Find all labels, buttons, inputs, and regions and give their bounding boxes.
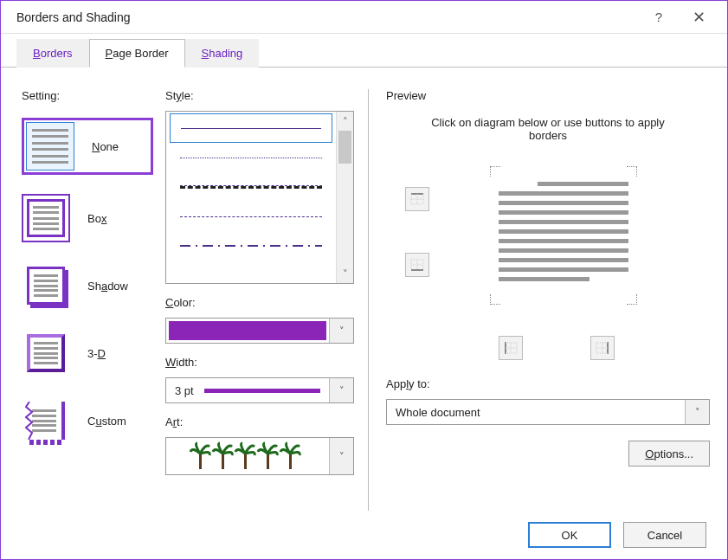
preview-column: Preview Click on diagram below or use bu… (381, 89, 710, 511)
content-area: Setting: None Box (1, 77, 727, 511)
chevron-down-icon[interactable]: ˅ (329, 378, 353, 402)
style-option-dotted[interactable] (170, 143, 332, 172)
setting-item-box[interactable]: Box (22, 194, 153, 242)
setting-label-shadow: Shadow (87, 280, 128, 293)
border-bottom-button[interactable] (405, 253, 429, 277)
setting-column: Setting: None Box (22, 89, 153, 511)
art-section: Art: ˅ (165, 415, 354, 475)
chevron-down-icon[interactable]: ˅ (329, 319, 353, 343)
color-swatch (169, 321, 326, 340)
setting-swatch-custom (22, 396, 70, 445)
chevron-down-icon[interactable]: ˅ (329, 438, 353, 474)
preview-area (386, 156, 710, 372)
style-group-label: Style: (165, 89, 354, 102)
style-option-dashed-fine[interactable] (170, 172, 332, 202)
border-top-button[interactable] (405, 187, 429, 211)
tab-bar: Borders Page Border Shading (1, 39, 727, 68)
width-value: 3 pt (175, 384, 194, 397)
preview-instructions: Click on diagram below or use buttons to… (412, 116, 684, 142)
svg-rect-0 (199, 454, 202, 469)
width-preview-bar (204, 389, 320, 393)
chevron-down-icon[interactable]: ˅ (685, 400, 709, 424)
tab-borders[interactable]: Borders (16, 39, 89, 68)
style-option-dashdot[interactable] (170, 231, 332, 261)
scroll-up-icon[interactable]: ˄ (337, 112, 353, 131)
scroll-thumb[interactable] (338, 131, 351, 164)
middle-column: Style: ˄ ˅ Co (165, 89, 369, 511)
ok-button[interactable]: OK (528, 522, 611, 548)
border-right-button[interactable] (590, 336, 615, 360)
apply-to-value: Whole document (396, 406, 480, 419)
color-combo[interactable]: ˅ (165, 318, 354, 344)
scroll-down-icon[interactable]: ˅ (337, 264, 353, 283)
setting-item-custom[interactable]: Custom (22, 396, 153, 445)
setting-label-custom: Custom (87, 415, 126, 428)
close-button[interactable]: ✕ (679, 4, 718, 30)
width-group-label: Width: (165, 356, 354, 369)
style-scrollbar[interactable]: ˄ ˅ (336, 112, 353, 283)
setting-swatch-3d (22, 329, 70, 377)
tab-shading[interactable]: Shading (185, 39, 260, 68)
titlebar: Borders and Shading ? ✕ (1, 1, 727, 34)
width-combo[interactable]: 3 pt ˅ (165, 377, 354, 403)
scroll-track[interactable] (337, 131, 353, 264)
dialog-footer: OK Cancel (1, 511, 727, 559)
setting-swatch-none (26, 122, 74, 171)
setting-list: None Box Shadow (22, 118, 153, 445)
setting-swatch-shadow (22, 261, 70, 310)
svg-rect-1 (222, 454, 224, 469)
setting-item-3d[interactable]: 3-D (22, 329, 153, 377)
setting-item-none[interactable]: None (22, 118, 153, 175)
setting-item-shadow[interactable]: Shadow (22, 261, 153, 310)
style-option-solid[interactable] (170, 113, 332, 143)
art-preview (166, 438, 329, 474)
setting-group-label: Setting: (22, 89, 153, 102)
style-section: Style: ˄ ˅ (165, 89, 354, 284)
apply-to-combo[interactable]: Whole document ˅ (386, 399, 710, 425)
tab-page-border[interactable]: Page Border (89, 39, 185, 68)
borders-and-shading-dialog: Borders and Shading ? ✕ Borders Page Bor… (0, 0, 728, 560)
border-left-button[interactable] (499, 336, 523, 360)
cancel-button[interactable]: Cancel (623, 522, 706, 548)
art-combo[interactable]: ˅ (165, 437, 354, 475)
preview-document[interactable] (490, 166, 637, 305)
style-listbox[interactable]: ˄ ˅ (165, 111, 354, 284)
window-title: Borders and Shading (16, 10, 639, 24)
color-section: Color: ˅ (165, 296, 354, 344)
svg-rect-3 (267, 454, 269, 469)
options-row: Options... (386, 441, 710, 467)
preview-group-label: Preview (386, 89, 710, 102)
options-button[interactable]: Options... (628, 441, 710, 467)
setting-label-none: None (92, 140, 119, 153)
width-section: Width: 3 pt ˅ (165, 356, 354, 403)
art-group-label: Art: (165, 415, 354, 428)
svg-rect-2 (244, 454, 247, 469)
setting-label-3d: 3-D (87, 347, 106, 360)
apply-to-label: Apply to: (386, 377, 710, 390)
palm-trees-icon (187, 441, 308, 471)
svg-rect-4 (289, 454, 292, 469)
apply-to-section: Apply to: Whole document ˅ (386, 377, 710, 425)
setting-swatch-box (22, 194, 70, 242)
help-button[interactable]: ? (639, 4, 679, 30)
color-group-label: Color: (165, 296, 354, 309)
setting-label-box: Box (87, 212, 106, 225)
style-option-dashed[interactable] (170, 202, 332, 231)
